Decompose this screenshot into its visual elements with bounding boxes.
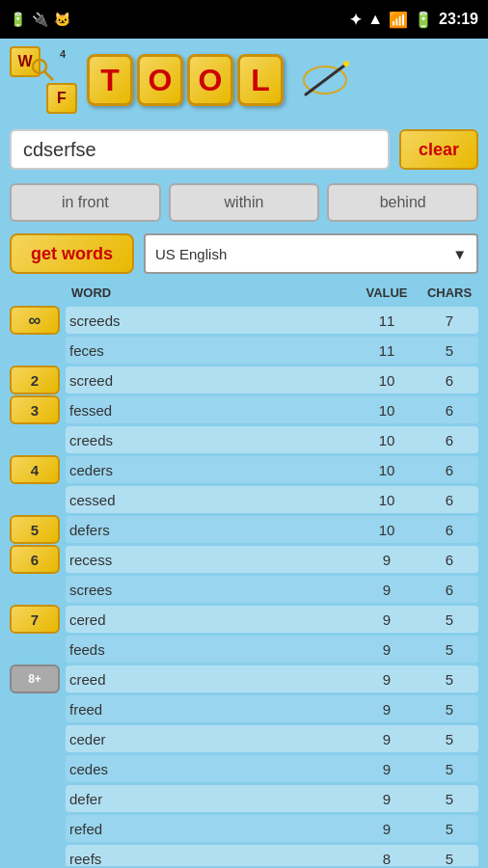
svg-point-0 [33, 60, 46, 73]
table-row[interactable]: 5defers106 [10, 515, 478, 544]
word-cell: freed [66, 701, 353, 718]
value-cell: 9 [353, 761, 420, 777]
status-right: ✦ ▲ 📶 🔋 23:19 [349, 11, 478, 29]
chars-cell: 6 [420, 402, 478, 419]
col-header-chars: CHARS [420, 285, 478, 300]
word-cell: reefs [66, 851, 353, 867]
results-table: WORD VALUE CHARS ∞screeds117feces1152scr… [0, 280, 488, 866]
table-row[interactable]: 2screed106 [10, 366, 478, 394]
search-input[interactable] [10, 129, 390, 170]
word-cell: refed [66, 821, 353, 837]
length-badge [10, 754, 60, 783]
table-row[interactable]: 4ceders106 [10, 455, 478, 484]
value-cell: 9 [353, 611, 420, 628]
table-row[interactable]: reefs85 [10, 844, 478, 866]
table-row[interactable]: feces115 [10, 336, 478, 365]
word-cell: fessed [66, 402, 353, 419]
chars-cell: 5 [420, 731, 478, 747]
chars-cell: 6 [420, 522, 478, 538]
length-badge [10, 336, 60, 365]
chars-cell: 7 [420, 312, 478, 329]
table-row[interactable]: defer95 [10, 784, 478, 813]
battery-icon-left: 🔋 [10, 12, 26, 27]
col-header-len [10, 285, 68, 300]
chars-cell: 6 [420, 582, 478, 598]
table-row[interactable]: 3fessed106 [10, 395, 478, 424]
chars-cell: 5 [420, 821, 478, 837]
length-badge [10, 814, 60, 843]
value-cell: 10 [353, 372, 420, 389]
table-row[interactable]: refed95 [10, 814, 478, 843]
length-badge [10, 635, 60, 664]
tool-title: T O O L [87, 54, 284, 106]
word-cell: cessed [66, 492, 353, 508]
tool-letter-t: T [87, 54, 133, 106]
col-header-word: WORD [68, 285, 353, 300]
svg-point-4 [343, 61, 349, 67]
length-badge: 5 [10, 515, 60, 544]
value-cell: 9 [353, 731, 420, 747]
filter-within[interactable]: within [169, 183, 320, 222]
table-row[interactable]: 8+creed95 [10, 665, 478, 693]
chars-cell: 6 [420, 552, 478, 568]
chars-cell: 5 [420, 791, 478, 807]
length-badge: 6 [10, 545, 60, 574]
clear-button[interactable]: clear [399, 129, 478, 170]
value-cell: 9 [353, 552, 420, 568]
get-words-button[interactable]: get words [10, 233, 134, 274]
length-badge: 7 [10, 605, 60, 634]
length-badge [10, 724, 60, 753]
bluetooth-icon: ✦ [349, 11, 362, 29]
table-row[interactable]: cedes95 [10, 754, 478, 783]
word-cell: ceder [66, 731, 353, 747]
action-row: get words US English ▼ [0, 228, 488, 280]
value-cell: 9 [353, 791, 420, 807]
table-row[interactable]: cessed106 [10, 485, 478, 514]
value-cell: 9 [353, 641, 420, 658]
word-cell: screeds [66, 312, 353, 329]
wand-icon [293, 54, 351, 106]
chars-cell: 5 [420, 342, 478, 359]
dictionary-selector[interactable]: US English ▼ [144, 233, 478, 274]
word-cell: recess [66, 552, 353, 568]
filter-row: in front within behind [0, 177, 488, 228]
chars-cell: 5 [420, 611, 478, 628]
notification-icon: 🐱 [54, 12, 70, 27]
table-row[interactable]: 7cered95 [10, 605, 478, 634]
word-cell: screes [66, 582, 353, 598]
chars-cell: 5 [420, 701, 478, 718]
app-header: W F 4 T O O L [0, 39, 488, 122]
search-bar: clear [0, 122, 488, 177]
col-header-value: VALUE [353, 285, 420, 300]
word-cell: creed [66, 671, 353, 688]
tool-letter-l: L [237, 54, 284, 106]
word-cell: ceders [66, 462, 353, 478]
length-badge [10, 425, 60, 454]
chars-cell: 6 [420, 432, 478, 448]
length-badge [10, 575, 60, 604]
logo-number: 4 [60, 48, 66, 60]
chars-cell: 6 [420, 492, 478, 508]
status-bar: 🔋 🔌 🐱 ✦ ▲ 📶 🔋 23:19 [0, 0, 488, 39]
word-cell: cered [66, 611, 353, 628]
length-badge [10, 694, 60, 723]
word-cell: feeds [66, 641, 353, 658]
filter-behind[interactable]: behind [327, 183, 478, 222]
value-cell: 11 [353, 342, 420, 359]
table-row[interactable]: creeds106 [10, 425, 478, 454]
table-row[interactable]: feeds95 [10, 635, 478, 664]
length-badge: 8+ [10, 665, 60, 693]
chars-cell: 5 [420, 761, 478, 777]
filter-in-front[interactable]: in front [10, 183, 161, 222]
table-row[interactable]: ∞screeds117 [10, 306, 478, 335]
tool-letter-o1: O [137, 54, 183, 106]
table-row[interactable]: 6recess96 [10, 545, 478, 574]
value-cell: 10 [353, 492, 420, 508]
table-row[interactable]: screes96 [10, 575, 478, 604]
logo-tile-f: F [46, 83, 77, 114]
table-row[interactable]: freed95 [10, 694, 478, 723]
signal-icon: 📶 [389, 11, 408, 29]
table-header: WORD VALUE CHARS [10, 280, 478, 306]
table-row[interactable]: ceder95 [10, 724, 478, 753]
chars-cell: 6 [420, 462, 478, 478]
